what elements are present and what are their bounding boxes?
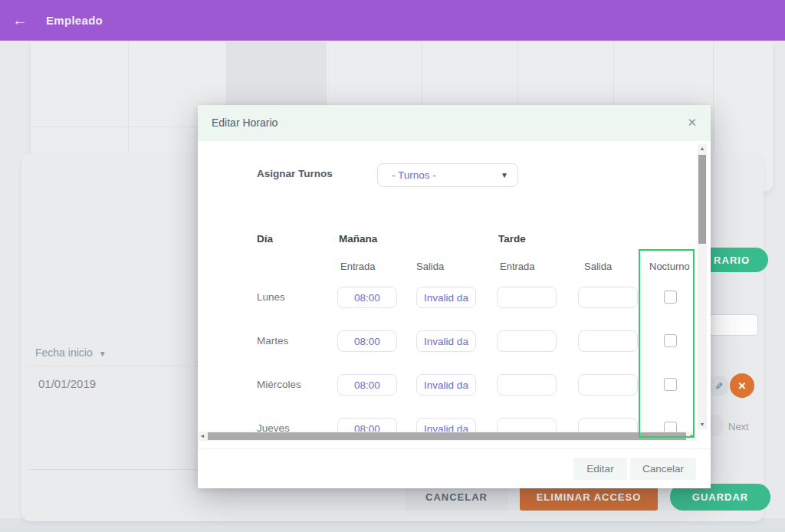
chevron-down-icon: ▼ [501,164,508,186]
nocturno-checkbox[interactable] [664,334,677,347]
delete-row-button[interactable]: ✕ [730,373,754,398]
pencil-icon: ✎ [713,382,724,390]
scroll-up-icon[interactable]: ▲ [698,144,707,153]
close-icon[interactable]: ✕ [687,116,697,130]
tarde-entrada-input[interactable] [497,287,557,308]
modal-header: Editar Horario ✕ [198,105,711,141]
horizontal-scrollbar[interactable]: ◄ ► [199,432,696,441]
sort-desc-icon[interactable]: ▼ [99,350,107,358]
editar-button[interactable]: Editar [573,458,627,480]
day-label: Lunes [257,287,285,308]
editar-horario-modal: Editar Horario ✕ Asignar Turnos - Turnos… [198,105,711,488]
col-header-dia: Día [257,233,273,245]
schedule-row-martes: Martes [198,330,711,352]
manana-entrada-input[interactable] [337,287,397,308]
col-header-entrada-tarde: Entrada [500,261,535,272]
nocturno-checkbox[interactable] [664,291,677,304]
tarde-entrada-input[interactable] [497,374,557,396]
scroll-down-icon[interactable]: ▼ [698,420,707,429]
horizontal-scrollbar-thumb[interactable] [208,432,686,440]
modal-cancelar-button[interactable]: Cancelar [630,458,696,480]
nocturno-checkbox[interactable] [664,378,677,391]
modal-title: Editar Horario [212,105,278,141]
manana-salida-input[interactable] [416,287,476,308]
app-header: ← Empleado [0,0,785,41]
col-header-manana: Mañana [339,233,377,245]
vertical-scrollbar[interactable]: ▲ ▼ [698,144,707,429]
day-label: Martes [257,330,288,352]
x-circle-icon: ✕ [738,380,747,392]
col-header-tarde: Tarde [498,233,526,245]
col-header-salida-tarde: Salida [584,261,612,272]
column-header-fecha-inicio[interactable]: Fecha inicio▼ [35,346,107,359]
turnos-select[interactable]: - Turnos - ▼ [377,163,518,187]
day-label: Miércoles [257,374,301,396]
manana-entrada-input[interactable] [337,330,397,352]
turnos-select-value: - Turnos - [392,164,436,186]
col-header-nocturno: Nocturno [649,261,690,272]
scroll-right-icon[interactable]: ► [688,432,696,441]
table-divider [29,366,205,366]
pagination-next-button[interactable]: Next [728,421,749,432]
employee-page: ← Empleado Datos personales Horarios Fec… [0,0,785,532]
schedule-row-date: 01/01/2019 [38,377,96,390]
manana-salida-input[interactable] [416,374,476,396]
tarde-salida-input[interactable] [578,330,638,352]
edit-row-button[interactable]: ✎ [708,376,729,396]
schedule-row-miercoles: Miércoles [198,374,711,396]
calendar-row-border [31,126,226,127]
page-title: Empleado [46,14,103,27]
manana-salida-input[interactable] [416,330,476,352]
col-header-salida-manana: Salida [416,261,444,272]
tarde-salida-input[interactable] [578,287,638,308]
manana-entrada-input[interactable] [337,374,397,396]
col-header-entrada-manana: Entrada [340,261,376,272]
scroll-left-icon[interactable]: ◄ [199,432,206,441]
back-arrow-icon[interactable]: ← [12,11,28,29]
vertical-scrollbar-thumb[interactable] [698,155,706,244]
fecha-inicio-label: Fecha inicio [35,346,93,359]
table-divider [29,469,205,470]
asignar-turnos-label: Asignar Turnos [257,168,333,179]
tarde-entrada-input[interactable] [497,330,557,352]
modal-footer: Editar Cancelar [198,448,711,488]
tarde-salida-input[interactable] [578,374,638,396]
schedule-row-lunes: Lunes [198,287,711,308]
